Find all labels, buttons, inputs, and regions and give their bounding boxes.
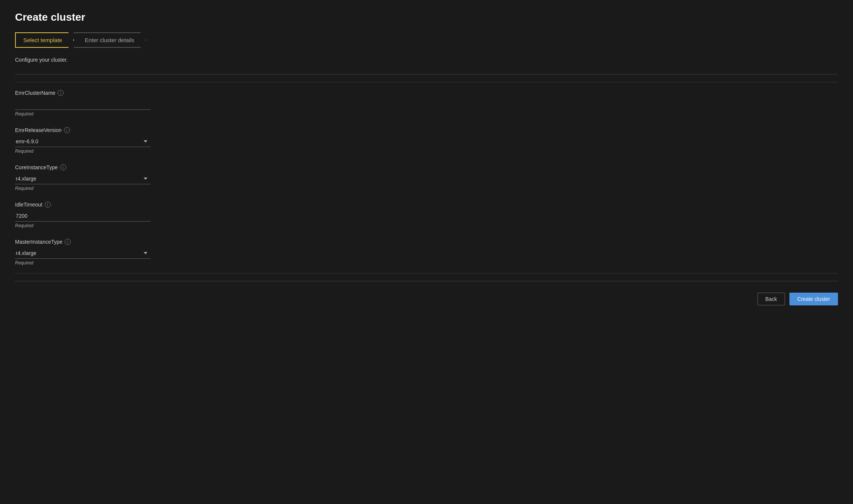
field-idle-timeout: IdleTimeout i Required — [15, 202, 838, 228]
label-emr-release-version: EmrReleaseVersion i — [15, 127, 838, 133]
step-select-template[interactable]: Select template — [15, 32, 74, 48]
field-core-instance-type: CoreInstanceType i r4.xlarge r4.2xlarge … — [15, 164, 838, 191]
page-title: Create cluster — [15, 11, 838, 23]
form-section: EmrClusterName i Required EmrReleaseVers… — [15, 82, 838, 273]
label-emr-cluster-name: EmrClusterName i — [15, 90, 838, 96]
required-emr-cluster-name: Required — [15, 111, 838, 117]
label-idle-timeout: IdleTimeout i — [15, 202, 838, 208]
select-core-instance-type[interactable]: r4.xlarge r4.2xlarge r4.4xlarge m5.xlarg… — [15, 173, 150, 184]
required-master-instance-type: Required — [15, 260, 838, 266]
info-icon-emr-cluster-name[interactable]: i — [58, 90, 64, 96]
required-emr-release-version: Required — [15, 149, 838, 154]
label-master-instance-type: MasterInstanceType i — [15, 239, 838, 245]
select-emr-release-version[interactable]: emr-6.9.0 emr-6.8.0 emr-6.7.0 emr-6.6.0 — [15, 136, 150, 147]
info-icon-core-instance-type[interactable]: i — [60, 164, 66, 170]
input-emr-cluster-name[interactable] — [15, 99, 150, 110]
label-core-instance-type: CoreInstanceType i — [15, 164, 838, 170]
top-divider — [15, 74, 838, 74]
back-button[interactable]: Back — [757, 293, 785, 305]
form-subtitle: Configure your cluster. — [15, 57, 838, 63]
info-icon-idle-timeout[interactable]: i — [45, 202, 51, 208]
info-icon-emr-release-version[interactable]: i — [64, 127, 70, 133]
input-idle-timeout[interactable] — [15, 211, 150, 222]
create-cluster-button[interactable]: Create cluster — [789, 293, 838, 305]
field-emr-cluster-name: EmrClusterName i Required — [15, 90, 838, 117]
stepper: Select template Enter cluster details — [15, 32, 173, 48]
step-1-label: Select template — [23, 37, 62, 43]
info-icon-master-instance-type[interactable]: i — [65, 239, 71, 245]
footer-actions: Back Create cluster — [15, 293, 838, 313]
bottom-divider — [15, 281, 838, 281]
step-2-label: Enter cluster details — [85, 37, 134, 43]
field-emr-release-version: EmrReleaseVersion i emr-6.9.0 emr-6.8.0 … — [15, 127, 838, 154]
step-enter-details[interactable]: Enter cluster details — [73, 32, 146, 48]
field-master-instance-type: MasterInstanceType i r4.xlarge r4.2xlarg… — [15, 239, 838, 266]
select-master-instance-type[interactable]: r4.xlarge r4.2xlarge r4.4xlarge m5.xlarg… — [15, 248, 150, 259]
required-core-instance-type: Required — [15, 186, 838, 191]
required-idle-timeout: Required — [15, 223, 838, 228]
